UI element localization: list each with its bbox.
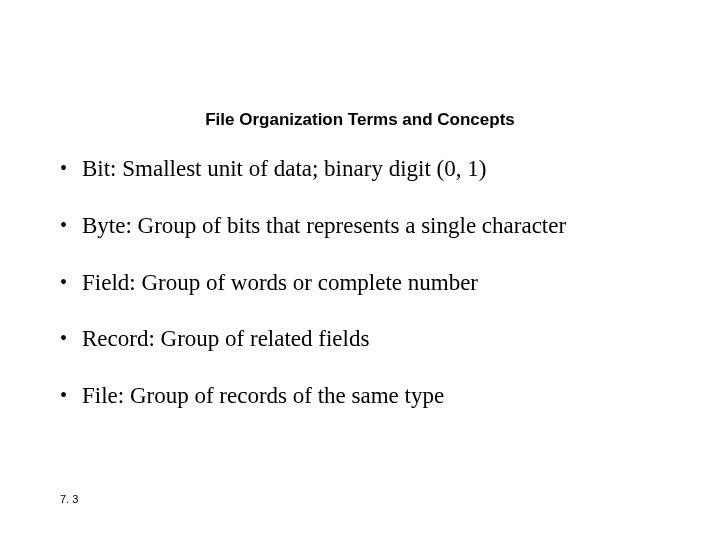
bullet-text: File: Group of records of the same type bbox=[82, 382, 660, 411]
slide: File Organization Terms and Concepts • B… bbox=[0, 0, 720, 540]
list-item: • Field: Group of words or complete numb… bbox=[60, 269, 660, 298]
list-item: • Bit: Smallest unit of data; binary dig… bbox=[60, 155, 660, 184]
bullet-icon: • bbox=[60, 382, 82, 408]
bullet-text: Bit: Smallest unit of data; binary digit… bbox=[82, 155, 660, 184]
bullet-text: Record: Group of related fields bbox=[82, 325, 660, 354]
list-item: • File: Group of records of the same typ… bbox=[60, 382, 660, 411]
bullet-text: Byte: Group of bits that represents a si… bbox=[82, 212, 660, 241]
page-number: 7. 3 bbox=[60, 493, 78, 505]
list-item: • Byte: Group of bits that represents a … bbox=[60, 212, 660, 241]
list-item: • Record: Group of related fields bbox=[60, 325, 660, 354]
bullet-icon: • bbox=[60, 212, 82, 238]
bullet-icon: • bbox=[60, 325, 82, 351]
slide-title: File Organization Terms and Concepts bbox=[0, 110, 720, 130]
bullet-icon: • bbox=[60, 155, 82, 181]
bullet-icon: • bbox=[60, 269, 82, 295]
bullet-list: • Bit: Smallest unit of data; binary dig… bbox=[60, 155, 660, 439]
bullet-text: Field: Group of words or complete number bbox=[82, 269, 660, 298]
